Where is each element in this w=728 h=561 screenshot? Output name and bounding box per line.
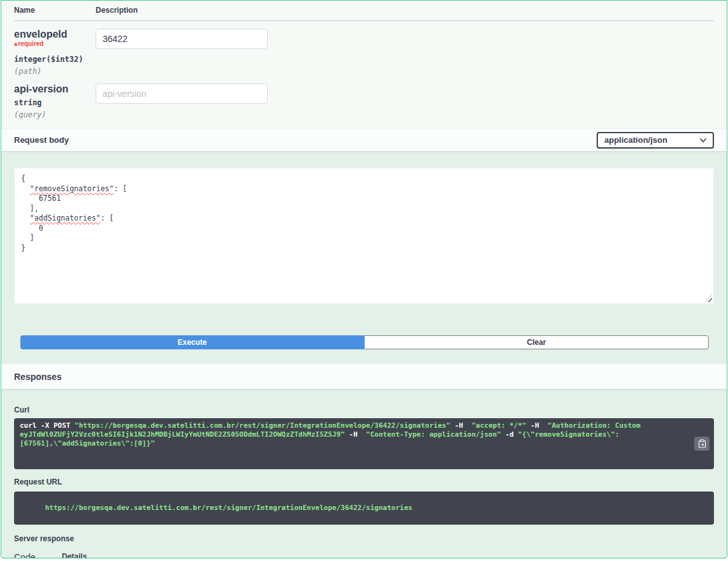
server-response-label: Server response — [14, 534, 714, 543]
media-type-selected-value: application/json — [604, 135, 667, 145]
envelopeid-input[interactable] — [96, 29, 268, 49]
parameters-name-column-header: Name — [14, 6, 96, 15]
parameter-row-api-version: api-version string (query) — [14, 76, 714, 119]
responses-title: Responses — [14, 372, 62, 382]
server-response-table-header: Code Details — [14, 552, 714, 558]
details-column-header: Details — [62, 552, 714, 558]
media-type-select[interactable]: application/json — [597, 132, 714, 149]
code-column-header: Code — [14, 552, 62, 558]
parameter-type: string — [14, 98, 96, 107]
clipboard-icon — [698, 439, 706, 448]
parameter-row-envelopeid: envelopeId *required integer($int32) (pa… — [14, 21, 714, 76]
execute-button-group: Execute Clear — [20, 335, 709, 349]
responses-header: Responses — [1, 363, 727, 389]
request-body-editor[interactable]: { "removeSignatories": [ 67561 ], "addSi… — [14, 168, 714, 304]
parameter-meta: envelopeId *required integer($int32) (pa… — [14, 29, 96, 76]
request-url-block: https://borgesqa.dev.satelitti.com.br/re… — [14, 492, 714, 525]
parameters-section: Name Description envelopeId *required in… — [1, 1, 727, 128]
parameter-type: integer($int32) — [14, 55, 96, 64]
curl-label: Curl — [14, 405, 714, 414]
request-body-title: Request body — [14, 135, 69, 145]
request-body-editor-area: { "removeSignatories": [ 67561 ], "addSi… — [1, 151, 727, 304]
swagger-operation-block: Name Description envelopeId *required in… — [1, 0, 727, 558]
curl-command-block: curl -X POST "https://borgesqa.dev.satel… — [14, 418, 714, 469]
parameter-location: (query) — [14, 110, 96, 119]
required-star: * — [14, 41, 17, 51]
required-label: required — [18, 40, 43, 47]
execute-button[interactable]: Execute — [20, 335, 364, 349]
parameter-name: api-version — [14, 84, 96, 95]
parameters-description-column-header: Description — [96, 6, 714, 15]
parameters-table-header: Name Description — [14, 2, 714, 21]
request-url-label: Request URL — [14, 477, 714, 486]
parameter-name: envelopeId *required — [14, 29, 96, 52]
copy-curl-button[interactable] — [694, 437, 710, 451]
responses-section: Curl curl -X POST "https://borgesqa.dev.… — [1, 389, 727, 558]
parameter-location: (path) — [14, 67, 96, 76]
request-body-header: Request body application/json — [1, 128, 727, 151]
chevron-down-icon — [700, 138, 706, 143]
resize-handle-icon[interactable] — [704, 295, 712, 302]
clear-button[interactable]: Clear — [364, 335, 709, 349]
request-url-value: https://borgesqa.dev.satelitti.com.br/re… — [45, 504, 412, 512]
parameter-meta: api-version string (query) — [14, 84, 96, 119]
api-version-input[interactable] — [96, 84, 268, 104]
